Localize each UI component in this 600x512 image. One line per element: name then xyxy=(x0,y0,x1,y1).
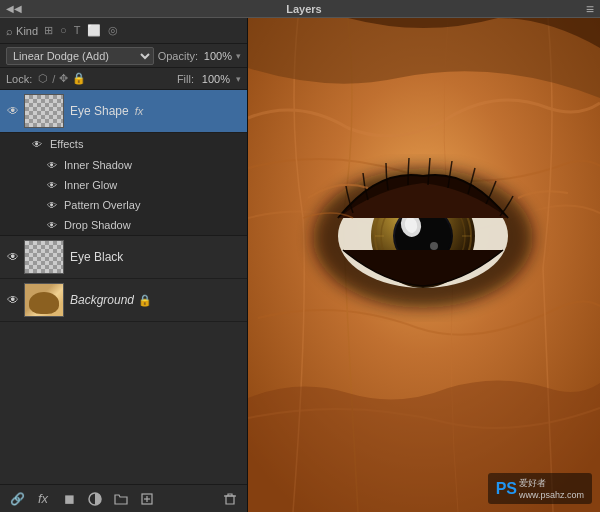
new-layer-button[interactable] xyxy=(136,489,158,509)
add-mask-button[interactable]: ◼ xyxy=(58,489,80,509)
filter-row: ⌕ Kind ⊞ ○ T ⬜ ◎ xyxy=(0,18,247,44)
lock-transparent-icon[interactable]: ⬡ xyxy=(38,72,48,85)
layer-name-background: Background xyxy=(70,293,134,307)
filter-icons: ⊞ ○ T ⬜ ◎ xyxy=(42,23,120,38)
layer-thumb-background xyxy=(24,283,64,317)
fill-dropdown[interactable]: ▾ xyxy=(236,74,241,84)
panel-title: Layers xyxy=(286,3,321,15)
effects-header[interactable]: 👁 Effects xyxy=(0,133,247,155)
lock-pixels-icon[interactable]: / xyxy=(52,73,55,85)
visibility-eye-background[interactable]: 👁 xyxy=(4,291,22,309)
lock-label: Lock: xyxy=(6,73,32,85)
main-layout: ⌕ Kind ⊞ ○ T ⬜ ◎ Linear Dodge (Add) Opac… xyxy=(0,18,600,512)
layer-thumb-eye-shape xyxy=(24,94,64,128)
dog-eye-image xyxy=(248,18,600,512)
svg-point-22 xyxy=(430,242,438,250)
filter-pixel-icon[interactable]: ⊞ xyxy=(42,23,55,38)
layer-item-eye-black[interactable]: 👁 Eye Black xyxy=(0,236,247,279)
layers-list: 👁 Eye Shape fx 👁 Effects xyxy=(0,90,247,484)
lock-row: Lock: ⬡ / ✥ 🔒 Fill: 100% ▾ xyxy=(0,68,247,90)
delete-layer-button[interactable] xyxy=(219,489,241,509)
new-layer-icon xyxy=(140,492,154,506)
fill-value: 100% xyxy=(200,73,230,85)
watermark-text: 爱好者www.psahz.com xyxy=(519,477,584,500)
layer-item-background[interactable]: 👁 Background 🔒 xyxy=(0,279,247,322)
effect-eye-pattern-overlay[interactable]: 👁 xyxy=(44,197,60,213)
effects-group: 👁 Effects 👁 Inner Shadow 👁 Inner Glow 👁 … xyxy=(0,133,247,236)
opacity-dropdown[interactable]: ▾ xyxy=(236,51,241,61)
effect-pattern-overlay[interactable]: 👁 Pattern Overlay xyxy=(0,195,247,215)
lock-icons: ⬡ / ✥ 🔒 xyxy=(38,72,86,85)
fill-label: Fill: xyxy=(177,73,194,85)
effect-name-inner-glow: Inner Glow xyxy=(64,179,117,191)
opacity-label: Opacity: xyxy=(158,50,198,62)
layer-lock-background: 🔒 xyxy=(138,294,152,307)
effect-inner-glow[interactable]: 👁 Inner Glow xyxy=(0,175,247,195)
folder-icon xyxy=(114,492,128,506)
filter-adjust-icon[interactable]: ○ xyxy=(58,23,69,38)
watermark: PS 爱好者www.psahz.com xyxy=(488,473,592,504)
new-group-button[interactable] xyxy=(110,489,132,509)
trash-icon xyxy=(223,492,237,506)
effect-eye-inner-glow[interactable]: 👁 xyxy=(44,177,60,193)
layer-name-eye-black: Eye Black xyxy=(70,250,243,264)
effect-name-drop-shadow: Drop Shadow xyxy=(64,219,131,231)
blend-mode-row: Linear Dodge (Add) Opacity: 100% ▾ xyxy=(0,44,247,68)
link-layers-button[interactable]: 🔗 xyxy=(6,489,28,509)
image-area: PS 爱好者www.psahz.com xyxy=(248,18,600,512)
visibility-eye-eye-shape[interactable]: 👁 xyxy=(4,102,22,120)
layer-item-eye-shape[interactable]: 👁 Eye Shape fx xyxy=(0,90,247,133)
effect-eye-inner-shadow[interactable]: 👁 xyxy=(44,157,60,173)
effect-drop-shadow[interactable]: 👁 Drop Shadow xyxy=(0,215,247,235)
add-style-button[interactable]: fx xyxy=(32,489,54,509)
layer-info-eye-black: Eye Black xyxy=(70,250,243,264)
filter-text-icon[interactable]: T xyxy=(72,23,83,38)
lock-position-icon[interactable]: ✥ xyxy=(59,72,68,85)
effect-name-inner-shadow: Inner Shadow xyxy=(64,159,132,171)
lock-all-icon[interactable]: 🔒 xyxy=(72,72,86,85)
layer-info-eye-shape: Eye Shape fx xyxy=(70,104,243,118)
panel-menu-icon[interactable]: ≡ xyxy=(586,1,594,17)
bottom-toolbar: 🔗 fx ◼ xyxy=(0,484,247,512)
visibility-eye-eye-black[interactable]: 👁 xyxy=(4,248,22,266)
effects-header-text: Effects xyxy=(50,138,83,150)
title-bar: ◀◀ Layers ≡ xyxy=(0,0,600,18)
effect-eye-drop-shadow[interactable]: 👁 xyxy=(44,217,60,233)
filter-smart-icon[interactable]: ◎ xyxy=(106,23,120,38)
layer-thumb-eye-black xyxy=(24,240,64,274)
fx-badge-eye-shape: fx xyxy=(135,105,144,117)
adjustment-button[interactable] xyxy=(84,489,106,509)
effect-name-pattern-overlay: Pattern Overlay xyxy=(64,199,140,211)
blend-mode-select[interactable]: Linear Dodge (Add) xyxy=(6,47,154,65)
filter-kind-label: ⌕ Kind xyxy=(6,25,38,37)
layer-info-background: Background 🔒 xyxy=(70,293,243,307)
adjustment-icon xyxy=(88,492,102,506)
layers-panel: ⌕ Kind ⊞ ○ T ⬜ ◎ Linear Dodge (Add) Opac… xyxy=(0,18,248,512)
effects-visibility-icon[interactable]: 👁 xyxy=(28,135,46,153)
filter-shape-icon[interactable]: ⬜ xyxy=(85,23,103,38)
effect-inner-shadow[interactable]: 👁 Inner Shadow xyxy=(0,155,247,175)
watermark-ps: PS xyxy=(496,480,517,498)
collapse-arrows[interactable]: ◀◀ xyxy=(6,3,22,14)
opacity-value: 100% xyxy=(202,50,232,62)
layer-name-eye-shape: Eye Shape xyxy=(70,104,129,118)
